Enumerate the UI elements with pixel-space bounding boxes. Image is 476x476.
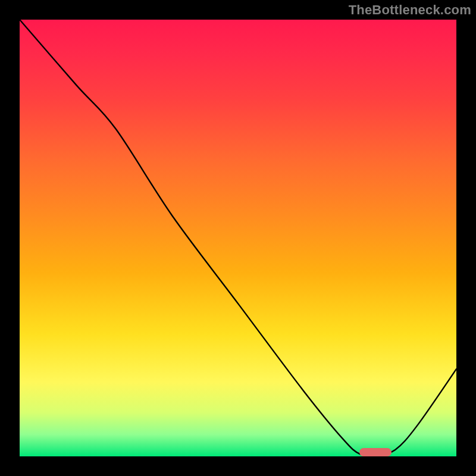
optimal-range-marker [359,448,392,456]
watermark: TheBottleneck.com [349,2,471,18]
curve-svg [20,20,456,456]
bottleneck-curve [20,20,456,456]
chart-container: TheBottleneck.com [0,0,476,476]
